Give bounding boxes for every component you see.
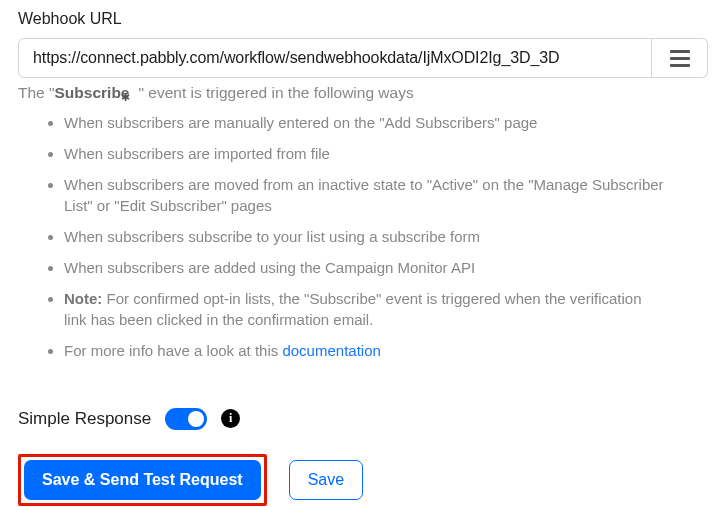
cursor-icon: ✱: [121, 91, 130, 104]
toggle-knob: [188, 411, 204, 427]
list-item: Note: For confirmed opt-in lists, the "S…: [64, 288, 668, 332]
event-name: Subscribe: [55, 84, 130, 101]
save-button[interactable]: Save: [289, 460, 363, 500]
webhook-url-row: https://connect.pabbly.com/workflow/send…: [18, 38, 708, 78]
documentation-link[interactable]: documentation: [282, 342, 380, 359]
button-row: Save & Send Test Request Save: [18, 454, 708, 506]
hamburger-icon: [670, 50, 690, 67]
list-item: When subscribers are manually entered on…: [64, 112, 668, 134]
trigger-list: When subscribers are manually entered on…: [18, 112, 668, 362]
info-icon[interactable]: i: [221, 409, 240, 428]
simple-response-label: Simple Response: [18, 409, 151, 429]
list-item: For more info have a look at this docume…: [64, 340, 668, 362]
webhook-url-label: Webhook URL: [18, 10, 708, 28]
list-item: When subscribers are imported from file: [64, 143, 668, 165]
list-item: When subscribers subscribe to your list …: [64, 226, 668, 248]
simple-response-toggle[interactable]: [165, 408, 207, 430]
event-description: The "Subscribe✱" event is triggered in t…: [18, 84, 708, 102]
simple-response-row: Simple Response i: [18, 408, 708, 430]
save-send-test-button[interactable]: Save & Send Test Request: [24, 460, 261, 500]
webhook-url-input[interactable]: https://connect.pabbly.com/workflow/send…: [18, 38, 652, 78]
list-item: When subscribers are moved from an inact…: [64, 174, 668, 218]
webhook-menu-button[interactable]: [652, 38, 708, 78]
primary-button-highlight: Save & Send Test Request: [18, 454, 267, 506]
list-item: When subscribers are added using the Cam…: [64, 257, 668, 279]
